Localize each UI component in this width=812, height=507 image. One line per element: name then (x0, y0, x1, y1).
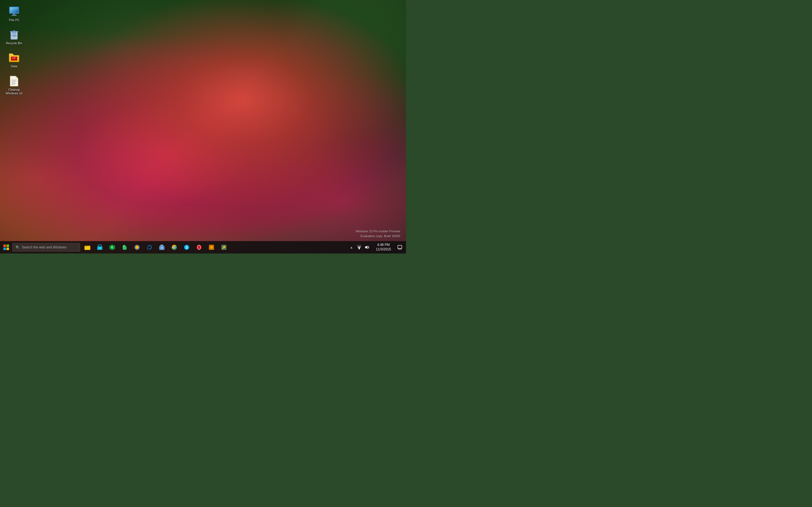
chevron-icon: ▲ (350, 245, 353, 249)
edge-icon (146, 244, 153, 251)
data-folder-icon (8, 52, 20, 63)
taskbar-app-kaspersky[interactable]: K (106, 241, 118, 253)
svg-rect-19 (85, 246, 87, 247)
evernote-icon (121, 244, 128, 251)
logo-pane-blue (3, 247, 6, 250)
taskbar-app-store[interactable] (94, 241, 106, 253)
svg-rect-30 (161, 247, 163, 249)
recycle-bin-label: Recycle Bin (6, 41, 22, 45)
svg-text:K: K (111, 246, 113, 249)
taskbar-app-edge[interactable] (143, 241, 156, 253)
recycle-bin-icon: ♻ (8, 29, 20, 40)
this-pc-label: This PC (8, 18, 19, 22)
cleanup-windows-label: Cleanup Windows 10 (4, 88, 24, 95)
store-icon (96, 244, 103, 251)
svg-rect-2 (13, 13, 15, 15)
cleanup-windows-icon (8, 75, 20, 87)
taskbar-app-opera[interactable] (193, 241, 205, 253)
tray-show-hidden-button[interactable]: ▲ (349, 241, 354, 253)
desktop-icon-cleanup-windows[interactable]: Cleanup Windows 10 (1, 74, 27, 97)
file-explorer-icon (84, 244, 91, 251)
taskbar-app-evernote[interactable] (118, 241, 131, 253)
taskbar-apps: K (81, 241, 230, 253)
system-tray: ▲ 4:48 PM 11 (349, 241, 406, 253)
system-clock[interactable]: 4:48 PM 11/3/2015 (372, 241, 395, 253)
app11-icon: 🔑 (220, 244, 227, 251)
chrome-icon (171, 244, 177, 251)
this-pc-icon (8, 6, 20, 17)
svg-text:♻: ♻ (13, 34, 16, 38)
svg-rect-1 (10, 7, 18, 13)
taskbar-app-10[interactable] (205, 241, 218, 253)
desktop-background (0, 0, 406, 253)
data-label: Data (11, 64, 17, 68)
watermark-line1: Windows 10 Pro Insider Preview (356, 229, 400, 234)
svg-point-27 (136, 246, 138, 248)
taskbar-app-chrome[interactable] (168, 241, 181, 253)
sandboxie-icon (158, 244, 165, 251)
desktop-icon-this-pc[interactable]: This PC (1, 4, 27, 24)
taskbar-app-skype[interactable]: S (181, 241, 193, 253)
search-placeholder: Search the web and Windows (22, 245, 66, 249)
search-box[interactable]: 🔍 Search the web and Windows (12, 243, 80, 251)
clock-date: 11/3/2015 (376, 247, 391, 252)
taskbar-app-file-explorer[interactable] (81, 241, 94, 253)
desktop-icon-data[interactable]: Data (1, 50, 27, 70)
svg-rect-3 (11, 15, 17, 16)
taskbar-app-firefox[interactable] (131, 241, 143, 253)
svg-rect-21 (99, 247, 101, 249)
svg-point-38 (197, 245, 202, 250)
skype-icon: S (183, 244, 190, 251)
watermark-line2: Evaluation copy. Build 10565 (356, 234, 400, 238)
app10-icon (208, 244, 215, 251)
opera-icon (196, 244, 202, 251)
tray-volume-icon[interactable] (363, 241, 371, 253)
svg-point-35 (174, 247, 175, 248)
logo-pane-yellow (6, 247, 9, 250)
search-icon: 🔍 (15, 245, 20, 249)
firefox-icon (134, 244, 140, 251)
svg-point-41 (210, 246, 213, 248)
taskbar-app-sandboxie[interactable] (156, 241, 168, 253)
svg-point-24 (123, 245, 124, 247)
notification-center-button[interactable] (395, 241, 405, 253)
start-button[interactable] (0, 241, 12, 253)
svg-rect-29 (160, 245, 163, 246)
desktop-icon-recycle-bin[interactable]: ♻ Recycle Bin (1, 27, 27, 47)
svg-point-12 (15, 59, 16, 60)
svg-text:🔑: 🔑 (222, 245, 226, 249)
tray-icons-area (354, 241, 372, 253)
svg-rect-6 (13, 31, 15, 32)
svg-rect-48 (398, 245, 402, 248)
taskbar-app-11[interactable]: 🔑 (218, 241, 230, 253)
clock-time: 4:48 PM (377, 243, 390, 247)
desktop-icons-area: This PC ♻ Recycle Bin (0, 3, 28, 101)
tray-network-icon[interactable] (355, 241, 363, 253)
logo-pane-red (3, 244, 6, 247)
taskbar: 🔍 Search the web and Windows (0, 241, 406, 253)
windows-watermark: Windows 10 Pro Insider Preview Evaluatio… (356, 229, 400, 238)
kaspersky-icon: K (109, 244, 116, 251)
svg-text:S: S (186, 245, 188, 249)
svg-rect-46 (357, 246, 361, 247)
svg-marker-47 (365, 245, 367, 249)
windows-logo (3, 244, 9, 250)
logo-pane-green (6, 244, 9, 247)
